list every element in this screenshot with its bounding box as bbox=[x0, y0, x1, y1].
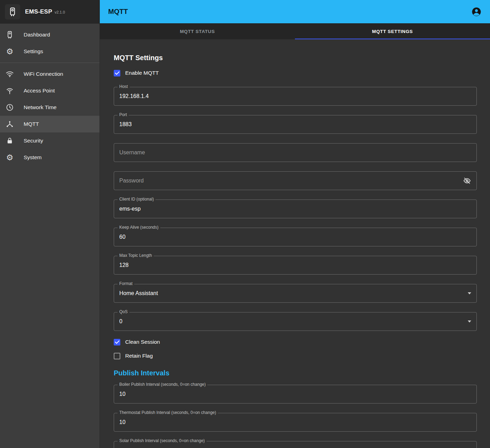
account-circle-icon bbox=[471, 7, 482, 17]
port-field-value: 1883 bbox=[119, 121, 132, 128]
thermostat-publish-interval-label: Thermostat Publish Interval (seconds, 0=… bbox=[118, 410, 218, 415]
dashboard-icon bbox=[6, 31, 14, 39]
ems-esp-logo-icon bbox=[5, 4, 20, 19]
appbar: MQTT bbox=[100, 0, 490, 23]
format-select-label: Format bbox=[118, 281, 134, 286]
client-id-field-label: Client ID (optional) bbox=[118, 197, 155, 202]
clean-session-checkbox[interactable] bbox=[114, 339, 120, 345]
qos-select-label: QoS bbox=[118, 309, 129, 314]
sidebar-header: EMS-ESP v2.1.0 bbox=[0, 0, 99, 23]
host-field[interactable]: Host 192.168.1.4 bbox=[114, 87, 477, 106]
account-button[interactable] bbox=[471, 7, 482, 17]
chevron-down-icon bbox=[468, 320, 471, 323]
boiler-publish-interval-label: Boiler Publish Interval (seconds, 0=on c… bbox=[118, 382, 207, 387]
enable-mqtt-label: Enable MQTT bbox=[125, 70, 159, 76]
sidebar-item-label: Security bbox=[24, 138, 43, 144]
sidebar-item-wifi-connection[interactable]: WiFi Connection bbox=[0, 66, 99, 82]
sidebar-item-network-time[interactable]: Network Time bbox=[0, 99, 99, 116]
sidebar-item-label: WiFi Connection bbox=[24, 71, 63, 77]
app-version: v2.1.0 bbox=[55, 10, 65, 14]
solar-publish-interval-label: Solar Publish Interval (seconds, 0=on ch… bbox=[118, 438, 207, 443]
app-root: EMS-ESP v2.1.0 Dashboard ⚙ Settings bbox=[0, 0, 490, 448]
username-field[interactable]: Username bbox=[114, 143, 477, 162]
keep-alive-field-value: 60 bbox=[119, 234, 126, 240]
main-column: MQTT MQTT STATUS MQTT SETTINGS MQTT Sett… bbox=[100, 0, 490, 448]
max-topic-length-field-value: 128 bbox=[119, 262, 129, 268]
sidebar: EMS-ESP v2.1.0 Dashboard ⚙ Settings bbox=[0, 0, 100, 448]
boiler-publish-interval-field[interactable]: Boiler Publish Interval (seconds, 0=on c… bbox=[114, 385, 477, 404]
tabbar: MQTT STATUS MQTT SETTINGS bbox=[100, 23, 490, 39]
form-title: MQTT Settings bbox=[114, 54, 477, 62]
username-placeholder: Username bbox=[119, 149, 145, 156]
access-point-icon bbox=[6, 87, 14, 95]
enable-mqtt-row[interactable]: Enable MQTT bbox=[114, 69, 477, 77]
publish-intervals-title: Publish Intervals bbox=[114, 369, 477, 377]
visibility-off-icon bbox=[463, 177, 471, 185]
sidebar-item-label: Settings bbox=[24, 48, 43, 55]
sidebar-divider bbox=[0, 63, 99, 63]
gear-icon: ⚙ bbox=[6, 153, 14, 162]
gear-icon: ⚙ bbox=[6, 47, 14, 56]
sidebar-item-security[interactable]: Security bbox=[0, 132, 99, 149]
keep-alive-field[interactable]: Keep Alive (seconds) 60 bbox=[114, 228, 477, 246]
sidebar-item-label: Dashboard bbox=[24, 32, 50, 38]
format-select-value: Home Assistant bbox=[119, 290, 158, 296]
chevron-down-icon bbox=[468, 292, 471, 294]
retain-flag-checkbox[interactable] bbox=[114, 353, 120, 359]
keep-alive-field-label: Keep Alive (seconds) bbox=[118, 225, 160, 230]
lock-icon bbox=[6, 137, 14, 145]
solar-publish-interval-field[interactable]: Solar Publish Interval (seconds, 0=on ch… bbox=[114, 441, 477, 448]
mqtt-settings-panel: MQTT Settings Enable MQTT Host 192.168.1… bbox=[100, 39, 490, 448]
host-field-value: 192.168.1.4 bbox=[119, 93, 149, 99]
thermostat-publish-interval-field[interactable]: Thermostat Publish Interval (seconds, 0=… bbox=[114, 413, 477, 432]
boiler-publish-interval-value: 10 bbox=[119, 391, 126, 397]
clean-session-label: Clean Session bbox=[125, 339, 160, 345]
sidebar-item-dashboard[interactable]: Dashboard bbox=[0, 26, 99, 43]
qos-select[interactable]: QoS 0 bbox=[114, 312, 477, 331]
brand-name: EMS-ESP bbox=[25, 8, 52, 15]
qos-select-value: 0 bbox=[119, 318, 122, 325]
format-select[interactable]: Format Home Assistant bbox=[114, 284, 477, 303]
sidebar-item-system[interactable]: ⚙ System bbox=[0, 149, 99, 166]
tab-mqtt-status[interactable]: MQTT STATUS bbox=[100, 23, 295, 39]
sidebar-item-label: Network Time bbox=[24, 104, 57, 111]
port-field[interactable]: Port 1883 bbox=[114, 115, 477, 134]
retain-flag-row[interactable]: Retain Flag bbox=[114, 352, 477, 360]
sidebar-item-label: System bbox=[24, 154, 42, 161]
max-topic-length-field-label: Max Topic Length bbox=[118, 253, 154, 258]
active-tab-indicator bbox=[295, 39, 490, 39]
sidebar-item-mqtt[interactable]: MQTT bbox=[0, 116, 99, 132]
sidebar-item-settings[interactable]: ⚙ Settings bbox=[0, 43, 99, 60]
tab-mqtt-settings[interactable]: MQTT SETTINGS bbox=[295, 23, 490, 39]
wifi-icon bbox=[6, 70, 14, 78]
clock-icon bbox=[6, 103, 14, 112]
password-placeholder: Password bbox=[119, 178, 144, 184]
sidebar-item-label: Access Point bbox=[24, 88, 55, 94]
page-title: MQTT bbox=[108, 8, 128, 16]
sidebar-item-access-point[interactable]: Access Point bbox=[0, 82, 99, 99]
sidebar-nav: Dashboard ⚙ Settings WiFi Connection bbox=[0, 23, 99, 169]
device-hub-icon bbox=[6, 120, 14, 128]
sidebar-item-label: MQTT bbox=[24, 121, 39, 127]
password-field[interactable]: Password bbox=[114, 171, 477, 190]
client-id-field-value: ems-esp bbox=[119, 206, 140, 212]
toggle-password-visibility-button[interactable] bbox=[463, 177, 471, 185]
port-field-label: Port bbox=[118, 112, 129, 117]
clean-session-row[interactable]: Clean Session bbox=[114, 338, 477, 346]
thermostat-publish-interval-value: 10 bbox=[119, 419, 126, 425]
client-id-field[interactable]: Client ID (optional) ems-esp bbox=[114, 199, 477, 218]
max-topic-length-field[interactable]: Max Topic Length 128 bbox=[114, 256, 477, 275]
enable-mqtt-checkbox[interactable] bbox=[114, 70, 120, 76]
host-field-label: Host bbox=[118, 84, 130, 89]
retain-flag-label: Retain Flag bbox=[125, 353, 153, 359]
